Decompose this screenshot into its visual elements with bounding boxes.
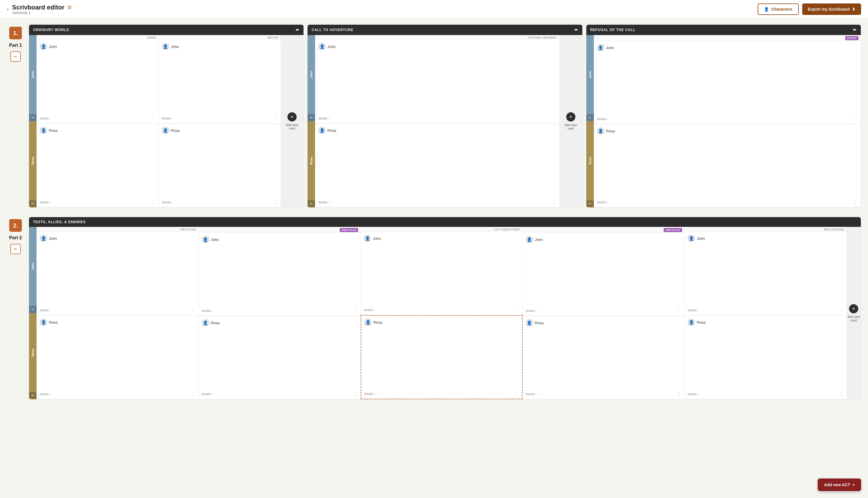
details-link[interactable]: details ›: [40, 117, 51, 120]
more-obstacle1[interactable]: ⋮: [353, 308, 358, 313]
rosa-avatar-doubt: 👤: [597, 127, 604, 135]
details-link-rosa[interactable]: details ›: [40, 200, 51, 204]
john-lane-call-edit[interactable]: ✏: [308, 114, 315, 121]
more-reaction[interactable]: ⋮: [191, 307, 196, 313]
card-hook-rosa: 👤 Rosa details › ⋮: [37, 123, 159, 207]
card-footer-rosa-setup: details › ⋮: [162, 199, 278, 205]
card-user-john-reaction: 👤 John: [40, 235, 196, 242]
details-pinch[interactable]: details ›: [363, 308, 375, 312]
part-1-edit-button[interactable]: ✏: [10, 51, 21, 62]
scene-doubt-label: DOUBT: [594, 35, 861, 41]
details-rosa-obstacle2[interactable]: details ›: [526, 392, 537, 396]
more-menu-setup[interactable]: ⋮: [273, 116, 278, 121]
part-2-section: 2. Part 2 ✏ TESTS, ALLIES, & ENEMIES Joh…: [7, 217, 861, 399]
call-lanes: John ✏ Rosa ✏: [308, 35, 315, 207]
more-rosa-realisation[interactable]: ⋮: [839, 391, 844, 397]
details-obstacle1[interactable]: details ›: [202, 309, 213, 313]
more-menu-icon[interactable]: ⋮: [151, 116, 156, 121]
rosa-lane-tests-edit[interactable]: ✏: [29, 392, 37, 399]
john-avatar-doubt: 👤: [597, 44, 604, 51]
more-obstacle2[interactable]: ⋮: [677, 308, 681, 313]
add-card-call[interactable]: + Add newcard: [559, 35, 582, 207]
card-footer-rosa-obstacle1: details › ⋮: [202, 391, 358, 397]
export-button[interactable]: Export my Scrivboard ⬇: [802, 3, 861, 15]
details-link-setup[interactable]: details ›: [162, 117, 173, 120]
act-refusal-edit[interactable]: ✏: [853, 28, 857, 32]
rosa-name-inciting: Rosa: [327, 128, 336, 133]
rosa-name-obstacle2: Rosa: [535, 321, 544, 325]
act-tests-body: John ✏ Rosa ✏ REACTION 👤: [29, 227, 861, 399]
act-ordinary-world-edit-icon[interactable]: ✏: [296, 28, 299, 32]
version-label: VERSION 1: [12, 11, 72, 15]
part-2-name: Part 2: [9, 235, 22, 240]
more-rosa-reaction[interactable]: ⋮: [191, 391, 196, 397]
details-inciting[interactable]: details ›: [318, 117, 329, 120]
more-realisation[interactable]: ⋮: [839, 307, 844, 313]
john-lane-tests-edit[interactable]: ✏: [29, 306, 37, 313]
details-link-rosa-setup[interactable]: details ›: [162, 200, 173, 204]
card-footer-rosa-inciting: details › ⋮: [318, 199, 556, 205]
details-rosa-obstacle1[interactable]: details ›: [202, 392, 213, 396]
act-refusal-header: REFUSAL OF THE CALL ✏: [586, 25, 861, 35]
more-inciting[interactable]: ⋮: [552, 116, 557, 121]
john-avatar-setup: 👤: [162, 43, 169, 50]
more-pinch[interactable]: ⋮: [515, 307, 520, 313]
add-card-ordinary[interactable]: + Add newcard: [281, 35, 304, 207]
rosa-lane-edit[interactable]: ✏: [29, 200, 37, 207]
act-tests: TESTS, ALLIES, & ENEMIES John ✏ Rosa ✏: [29, 217, 861, 399]
card-setup-rosa: 👤 Rosa details › ⋮: [159, 123, 281, 207]
details-realisation[interactable]: details ›: [688, 309, 699, 312]
act-tests-title: TESTS, ALLIES, & ENEMIES: [33, 220, 86, 224]
john-avatar: 👤: [40, 43, 47, 50]
card-footer: details › ⋮: [40, 116, 156, 121]
scene-doubt: DOUBT 👤 John details › ⋮: [594, 35, 861, 207]
part-1-section: 1. Part 1 ✏ ORDINARY WORLD ✏ John ✏: [7, 24, 861, 208]
more-rosa-obstacle2[interactable]: ⋮: [677, 391, 681, 397]
details-doubt[interactable]: details ›: [597, 117, 608, 121]
part-2-edit-button[interactable]: ✏: [10, 244, 21, 254]
more-menu-icon-rosa[interactable]: ⋮: [151, 199, 156, 205]
more-rosa-doubt[interactable]: ⋮: [853, 199, 858, 205]
john-lane-refusal-label: John: [586, 35, 594, 114]
characters-button[interactable]: 👤 Characters: [758, 3, 799, 15]
more-rosa-obstacle1[interactable]: ⋮: [353, 391, 358, 397]
rosa-lane-call-edit[interactable]: ✏: [308, 200, 315, 207]
details-rosa-pinch[interactable]: details ›: [364, 392, 375, 395]
add-act-plus: +: [853, 483, 855, 487]
scene-hook-label: HOOK: [37, 35, 159, 40]
card-user-john-obstacle2: 👤 John: [526, 236, 682, 243]
card-user-rosa-reaction: 👤 Rosa: [40, 318, 196, 326]
more-rosa-inciting[interactable]: ⋮: [552, 199, 557, 205]
card-pinch-john: 👤 John details › ⋮: [361, 232, 523, 315]
more-rosa-pinch[interactable]: ⋮: [514, 391, 519, 396]
add-card-label: Add newcard: [286, 123, 298, 130]
more-doubt[interactable]: ⋮: [853, 116, 858, 121]
john-lane-call: John ✏: [308, 35, 315, 121]
john-name-pinch: John: [373, 236, 381, 241]
card-obstacle2-john: 👤 John details › ⋮: [523, 233, 685, 316]
header-actions: 👤 Characters Export my Scrivboard ⬇: [758, 3, 861, 15]
scene-obstacle2-label: OBSTACLE: [523, 227, 685, 233]
john-lane-refusal-edit[interactable]: ✏: [586, 114, 594, 121]
add-act-label: Add new ACT: [824, 483, 850, 487]
details-reaction[interactable]: details ›: [40, 309, 51, 312]
rosa-lane-refusal-label: Rosa: [586, 121, 594, 200]
back-button[interactable]: ‹: [7, 6, 9, 12]
act-call-edit-icon[interactable]: ✏: [575, 28, 578, 32]
act-ordinary-world-body: John ✏ Rosa ✏ HOOK 👤: [29, 35, 304, 207]
card-realisation-rosa: 👤 Rosa details › ⋮: [685, 315, 846, 399]
scene-obstacle2: OBSTACLE 👤 John details › ⋮: [523, 227, 685, 399]
add-card-tests[interactable]: + Add newcard: [846, 227, 861, 399]
john-lane-edit[interactable]: ✏: [29, 114, 37, 121]
details-rosa-reaction[interactable]: details ›: [40, 392, 51, 396]
details-rosa-doubt[interactable]: details ›: [597, 200, 608, 204]
john-lane-tests-label: John: [29, 227, 37, 306]
details-rosa-inciting[interactable]: details ›: [318, 200, 329, 204]
rosa-lane-refusal-edit[interactable]: ✏: [586, 200, 594, 207]
more-menu-rosa-setup[interactable]: ⋮: [273, 199, 278, 205]
card-footer-rosa-realisation: details › ⋮: [688, 391, 844, 397]
settings-icon[interactable]: ⚙: [67, 4, 72, 11]
details-obstacle2[interactable]: details ›: [526, 309, 537, 313]
add-act-button[interactable]: Add new ACT +: [818, 479, 861, 491]
details-rosa-realisation[interactable]: details ›: [688, 392, 699, 396]
